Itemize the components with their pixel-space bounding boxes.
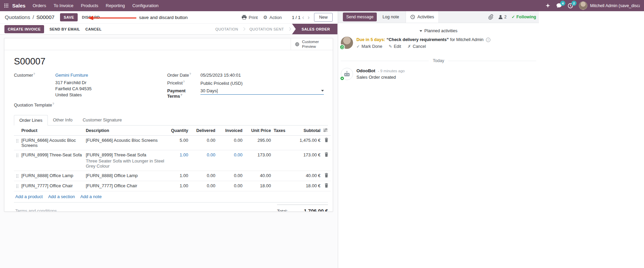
col-quantity: Quantity xyxy=(166,126,190,136)
add-product-link[interactable]: Add a product xyxy=(15,194,43,199)
order-line-row[interactable]: [FURN_6666] Acoustic Bloc Screens [FURN_… xyxy=(14,135,331,150)
activities-clock-icon[interactable]: 2 xyxy=(568,3,573,8)
send-by-email-button[interactable]: SEND BY EMAIL xyxy=(50,27,80,31)
attachment-icon[interactable] xyxy=(488,14,493,20)
breadcrumb-current: S00007 xyxy=(36,14,54,20)
optional-columns-icon[interactable] xyxy=(322,126,331,136)
pricelist-field[interactable]: Public Pricelist (USD) xyxy=(200,81,242,86)
unit-price-cell[interactable]: 295.00 xyxy=(244,135,272,150)
menu-orders[interactable]: Orders xyxy=(29,0,50,11)
stage-quotation[interactable]: QUOTATION xyxy=(210,24,243,34)
user-menu[interactable]: Mitchell Admin (save_discar xyxy=(579,1,640,10)
pager-next-icon[interactable]: › xyxy=(306,14,311,20)
quantity-cell[interactable]: 5.00 xyxy=(166,135,190,150)
menu-products[interactable]: Products xyxy=(77,0,102,11)
unit-price-cell[interactable]: 18.00 xyxy=(244,181,272,191)
followers-button[interactable]: 2 xyxy=(498,15,507,19)
app-name[interactable]: Sales xyxy=(12,3,25,8)
apps-grid-icon[interactable] xyxy=(3,3,9,8)
unit-price-cell[interactable]: 173.00 xyxy=(244,150,272,171)
tab-customer-signature[interactable]: Customer Signature xyxy=(78,115,127,125)
stage-quotation-sent[interactable]: QUOTATION SENT xyxy=(244,24,289,34)
edit-activity-button[interactable]: ✎Edit xyxy=(389,44,401,49)
quantity-cell[interactable]: 1.00 xyxy=(166,150,190,171)
quantity-cell[interactable]: 1.00 xyxy=(166,171,190,181)
invoiced-cell[interactable]: 0.00 xyxy=(217,150,244,171)
menu-reporting[interactable]: Reporting xyxy=(102,0,129,11)
order-date-field[interactable]: 05/25/2023 15:40:01 xyxy=(200,73,241,78)
delivered-cell[interactable]: 0.00 xyxy=(190,135,217,150)
print-button[interactable]: Print xyxy=(242,15,258,20)
drag-handle-icon[interactable] xyxy=(14,181,20,191)
product-cell[interactable]: [FURN_6666] Acoustic Bloc Screens xyxy=(20,135,84,150)
delete-row-icon[interactable] xyxy=(322,135,331,150)
delivered-cell[interactable]: 0.00 xyxy=(190,171,217,181)
menu-configuration[interactable]: Configuration xyxy=(129,0,162,11)
cancel-activity-button[interactable]: ✗Cancel xyxy=(408,44,426,49)
tab-order-lines[interactable]: Order Lines xyxy=(14,115,48,126)
info-icon[interactable]: i xyxy=(486,38,490,42)
status-bar: CREATE INVOICE SEND BY EMAIL CANCEL QUOT… xyxy=(0,23,337,35)
delivered-cell[interactable]: 0.00 xyxy=(190,181,217,191)
order-line-row[interactable]: [FURN_8999] Three-Seat Sofa [FURN_8999] … xyxy=(14,150,331,171)
taxes-cell[interactable] xyxy=(272,171,290,181)
payment-terms-input[interactable]: 30 Days xyxy=(200,88,324,95)
add-note-link[interactable]: Add a note xyxy=(80,194,102,199)
drag-handle-icon[interactable] xyxy=(14,135,20,150)
menu-to-invoice[interactable]: To Invoice xyxy=(50,0,77,11)
tab-other-info[interactable]: Other Info xyxy=(48,115,78,125)
description-cell[interactable]: [FURN_6666] Acoustic Bloc Screens xyxy=(84,135,166,150)
following-button[interactable]: ✓ Following xyxy=(512,15,536,19)
action-button[interactable]: ⚙ Action xyxy=(263,15,282,20)
total-label: Total: xyxy=(277,209,288,212)
description-cell[interactable]: [FURN_8999] Three-Seat SofaThree Seater … xyxy=(84,150,166,171)
mark-done-button[interactable]: ✓Mark Done xyxy=(356,44,382,49)
taxes-cell[interactable] xyxy=(272,150,290,171)
message-author[interactable]: OdooBot xyxy=(356,68,375,73)
description-cell[interactable]: [FURN_7777] Office Chair xyxy=(84,181,166,191)
taxes-cell[interactable] xyxy=(272,135,290,150)
invoiced-cell[interactable]: 0.00 xyxy=(217,181,244,191)
drag-handle-icon[interactable] xyxy=(14,171,20,181)
sparkle-icon[interactable] xyxy=(545,3,550,8)
taxes-cell[interactable] xyxy=(272,181,290,191)
pricelist-label: Pricelist? xyxy=(167,80,200,85)
customer-link[interactable]: Gemini Furniture xyxy=(55,73,88,78)
delete-row-icon[interactable] xyxy=(322,150,331,171)
delete-row-icon[interactable] xyxy=(322,171,331,181)
pager-prev-icon[interactable]: ‹ xyxy=(300,14,306,20)
help-icon: ? xyxy=(183,80,185,83)
unit-price-cell[interactable]: 40.00 xyxy=(244,171,272,181)
activity-clock-badge xyxy=(339,44,345,50)
activities-tab[interactable]: Activities xyxy=(406,11,439,23)
description-cell[interactable]: [FURN_8888] Office Lamp xyxy=(84,171,166,181)
customer-preview-button[interactable]: Customer Preview xyxy=(291,38,333,50)
dropdown-caret-icon[interactable] xyxy=(321,90,324,92)
order-line-row[interactable]: [FURN_7777] Office Chair [FURN_7777] Off… xyxy=(14,181,331,191)
send-message-button[interactable]: Send message xyxy=(343,13,377,21)
save-button[interactable]: SAVE xyxy=(60,13,78,21)
invoiced-cell[interactable]: 0.00 xyxy=(217,135,244,150)
product-cell[interactable]: [FURN_8999] Three-Seat Sofa xyxy=(20,150,84,171)
record-title[interactable]: S00007 xyxy=(14,56,328,67)
globe-icon xyxy=(295,42,299,47)
delete-row-icon[interactable] xyxy=(322,181,331,191)
order-line-row[interactable]: [FURN_8888] Office Lamp [FURN_8888] Offi… xyxy=(14,171,331,181)
invoiced-cell[interactable]: 0.00 xyxy=(217,171,244,181)
new-button[interactable]: New xyxy=(314,13,333,22)
breadcrumb-quotations[interactable]: Quotations xyxy=(5,14,30,20)
delivered-cell[interactable]: 0.00 xyxy=(190,150,217,171)
terms-placeholder[interactable]: Terms and conditions... xyxy=(15,208,61,212)
quantity-cell[interactable]: 1.00 xyxy=(166,181,190,191)
stage-sales-order[interactable]: SALES ORDER xyxy=(292,24,337,34)
drag-handle-icon[interactable] xyxy=(14,150,20,171)
cancel-button[interactable]: CANCEL xyxy=(85,27,102,31)
messages-icon[interactable]: 4 xyxy=(556,3,562,8)
create-invoice-button[interactable]: CREATE INVOICE xyxy=(4,25,44,33)
product-cell[interactable]: [FURN_7777] Office Chair xyxy=(20,181,84,191)
product-cell[interactable]: [FURN_8888] Office Lamp xyxy=(20,171,84,181)
planned-activities-toggle[interactable]: Planned activities xyxy=(338,28,539,33)
log-note-button[interactable]: Log note xyxy=(379,13,402,21)
add-section-link[interactable]: Add a section xyxy=(48,194,75,199)
activity-due: Due in 5 days: xyxy=(356,37,385,42)
